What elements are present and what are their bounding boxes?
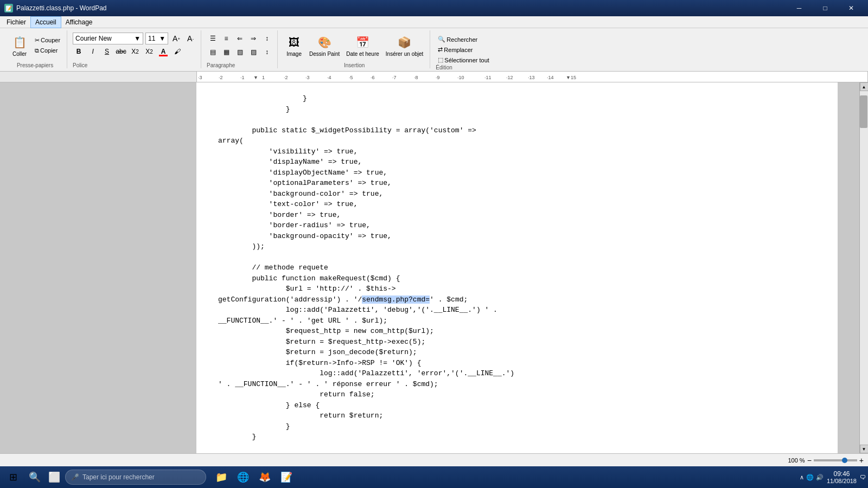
align-center-button[interactable]: ▦ — [220, 46, 232, 58]
taskbar-explorer-icon[interactable]: 📁 — [213, 468, 230, 486]
bold-button[interactable]: B — [73, 46, 85, 57]
paint-button[interactable]: 🎨 Dessin Paint — [307, 33, 342, 59]
linespacing-button[interactable]: ↕ — [261, 46, 273, 58]
ribbon: 📋 Coller ✂ Couper ⧉ Copier Presse-papier… — [0, 28, 868, 72]
scroll-track[interactable] — [860, 91, 868, 445]
code-line: // interpretation valeur ventilateur — [218, 453, 816, 453]
statusbar: 100 % − + — [0, 453, 868, 466]
zoom-slider[interactable] — [814, 459, 857, 461]
ruler-marker-5: ·2 — [284, 75, 288, 80]
code-line — [218, 114, 816, 125]
indent-increase-button[interactable]: ⇒ — [247, 33, 259, 44]
menu-accueil[interactable]: Accueil — [30, 16, 61, 28]
ruler-marker-13: ·10 — [457, 75, 464, 80]
copier-label: Copier — [40, 47, 58, 54]
font-name-selector[interactable]: Courier New ▼ — [73, 33, 143, 44]
align-left-button[interactable]: ▤ — [207, 46, 219, 58]
image-button[interactable]: 🖼 Image — [283, 33, 305, 59]
copier-button[interactable]: ⧉ Copier — [33, 46, 62, 55]
list-number-button[interactable]: ≡ — [220, 33, 232, 44]
align-justify-button[interactable]: ▨ — [247, 46, 259, 58]
code-line: log::add('Palazzetti', 'debug','('.__LIN… — [218, 305, 816, 316]
search-placeholder: Taper ici pour rechercher — [82, 473, 155, 481]
coller-button[interactable]: 📋 Coller — [8, 33, 31, 59]
code-line: 'background-opacity' => true, — [218, 231, 816, 242]
main-area: } } public static $_widgetPossibility = … — [0, 82, 868, 453]
image-label: Image — [286, 51, 302, 57]
image-icon: 🖼 — [285, 34, 303, 51]
menu-affichage[interactable]: Affichage — [61, 16, 97, 28]
clock-area[interactable]: 09:46 11/08/2018 — [827, 470, 857, 484]
scroll-down-button[interactable]: ▼ — [860, 445, 869, 453]
code-line: } — [218, 93, 816, 104]
mic-icon: 🎤 — [71, 473, 79, 481]
zoom-minus-icon[interactable]: − — [807, 456, 812, 465]
ruler-marker-0: ·3 — [198, 75, 202, 80]
font-name-dropdown-icon: ▼ — [134, 35, 141, 42]
couper-button[interactable]: ✂ Couper — [33, 36, 62, 45]
ruler-marker-18: ▼15 — [566, 75, 576, 80]
italic-button[interactable]: I — [87, 46, 99, 57]
close-button[interactable]: ✕ — [839, 0, 864, 16]
replace-icon: ⇄ — [438, 46, 443, 53]
menu-fichier[interactable]: Fichier — [2, 16, 30, 28]
paragraphe-label: Paragraphe — [207, 62, 235, 68]
code-line: )); — [218, 241, 816, 252]
ruler-marker-14: ·11 — [484, 75, 492, 80]
minimize-button[interactable]: ─ — [787, 0, 812, 16]
edition-buttons: 🔍 Rechercher ⇄ Remplacer ⬚ Sélectionner … — [436, 35, 492, 65]
taskbar-task-view[interactable]: ⬜ — [46, 468, 63, 486]
highlight-button[interactable]: 🖌 — [171, 46, 183, 57]
ruler-marker-2: ·1 — [240, 75, 245, 80]
zoom-thumb[interactable] — [842, 458, 847, 463]
sort-button[interactable]: ↕ — [261, 33, 273, 44]
font-grow-button[interactable]: A+ — [170, 33, 182, 44]
taskbar-search-bar[interactable]: 🎤 Taper ici pour rechercher — [65, 470, 206, 485]
font-size-dropdown-icon: ▼ — [159, 35, 165, 42]
ruler-marker-1: ·2 — [219, 75, 223, 80]
code-line: 'optionalParameters' => true, — [218, 178, 816, 189]
code-line: return false; — [218, 389, 816, 400]
datetime-button[interactable]: 📅 Date et heure — [344, 33, 381, 59]
zoom-plus-icon[interactable]: + — [859, 456, 864, 465]
code-line: $return = $request_http->exec(5); — [218, 337, 816, 348]
network-icon[interactable]: 🌐 — [806, 474, 814, 481]
list-bullet-button[interactable]: ☰ — [207, 33, 219, 44]
taskbar-search-icon[interactable]: 🔍 — [26, 468, 43, 486]
font-size-value: 11 — [148, 35, 155, 42]
font-size-selector[interactable]: 11 ▼ — [145, 33, 168, 44]
subscript-button[interactable]: X2 — [129, 46, 141, 57]
scroll-thumb[interactable] — [860, 95, 867, 128]
chevron-up-icon[interactable]: ∧ — [800, 474, 804, 481]
volume-icon[interactable]: 🔊 — [816, 474, 824, 481]
scroll-up-button[interactable]: ▲ — [860, 82, 869, 91]
start-button[interactable]: ⊞ — [2, 467, 24, 487]
taskbar-wordpad-icon[interactable]: 📝 — [278, 468, 295, 486]
code-line: 'text-color' => true, — [218, 199, 816, 210]
superscript-button[interactable]: X2 — [143, 46, 155, 57]
vertical-scrollbar[interactable]: ▲ ▼ — [859, 82, 868, 453]
ruler-marker-16: ·13 — [528, 75, 535, 80]
document-area[interactable]: } } public static $_widgetPossibility = … — [196, 82, 838, 453]
maximize-button[interactable]: □ — [813, 0, 838, 16]
cut-copy-group: ✂ Couper ⧉ Copier — [33, 36, 62, 55]
strikethrough-button[interactable]: abc — [115, 46, 127, 57]
code-line: 'border' => true, — [218, 210, 816, 221]
underline-button[interactable]: S — [101, 46, 113, 57]
align-right-button[interactable]: ▧ — [234, 46, 246, 58]
code-line: 'displayObjectName' => true, — [218, 168, 816, 178]
code-line: ' . __FUNCTION__.' - ' . ' réponse erreu… — [218, 379, 816, 390]
notification-button[interactable]: 🗨 — [860, 474, 866, 480]
indent-decrease-button[interactable]: ⇐ — [234, 33, 246, 44]
remplacer-button[interactable]: ⇄ Remplacer — [436, 45, 492, 54]
selectall-button[interactable]: ⬚ Sélectionner tout — [436, 55, 492, 65]
remplacer-label: Remplacer — [444, 47, 473, 53]
rechercher-button[interactable]: 🔍 Rechercher — [436, 35, 492, 44]
insert-object-button[interactable]: 📦 Insérer un objet — [384, 33, 426, 59]
font-color-button[interactable]: A — [157, 46, 169, 57]
search-icon: 🔍 — [438, 36, 445, 43]
taskbar-firefox-icon[interactable]: 🦊 — [256, 468, 273, 486]
font-shrink-button[interactable]: A- — [184, 33, 196, 44]
taskbar-edge-icon[interactable]: 🌐 — [234, 468, 252, 486]
code-line: __FUNCTION__.' - ' . 'get URL ' . $url); — [218, 316, 816, 326]
